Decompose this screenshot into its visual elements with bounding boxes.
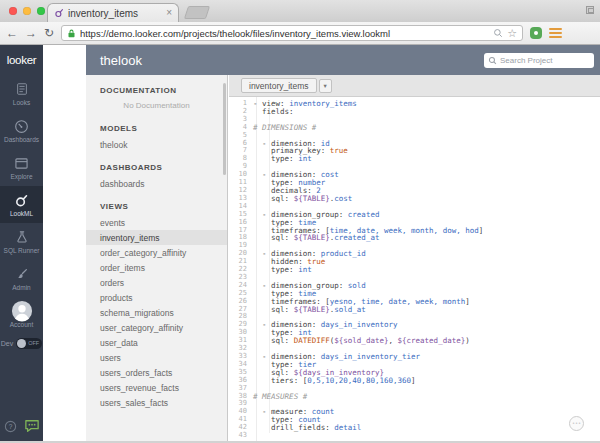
file-browser-panel: DOCUMENTATIONNo DocumentationMODELSthelo… [86,75,228,443]
nav-item-label: Account [10,321,34,328]
code-line[interactable]: 4# DIMENSIONS # [229,124,600,132]
file-item-order_items[interactable]: order_items [86,260,227,275]
line-number: 5 [229,132,253,140]
browser-toolbar: ← → ↻ https://demo.looker.com/projects/t… [0,22,600,45]
lookml-icon [14,193,29,208]
nav-item-admin[interactable]: Admin [0,260,43,297]
account-icon [11,304,33,319]
section-title: DOCUMENTATION [86,75,227,99]
nav-item-looks[interactable]: Looks [0,75,43,112]
file-item-dashboards[interactable]: dashboards [86,176,227,191]
url-text: https://demo.looker.com/projects/thelook… [80,28,489,39]
code-line[interactable]: 38# MEASURES # [229,393,600,401]
toggle-knob [17,339,26,348]
lock-icon [67,28,76,39]
dev-label: Dev [1,340,13,347]
section-title: MODELS [86,113,227,137]
code-line[interactable]: 31 sql: DATEDIFF(${sold_date}, ${created… [229,337,600,345]
line-number: 8 [229,155,253,163]
code-line[interactable]: 43 [229,432,600,440]
browser-tab-strip: inventory_items × [0,0,600,22]
nav-item-lookml[interactable]: LookML [0,186,43,223]
nav-item-sql-runner[interactable]: SQL Runner [0,223,43,260]
file-item-users_orders_facts[interactable]: users_orders_facts [86,365,227,380]
looker-logo[interactable]: looker [0,45,43,75]
line-number: 1 [229,100,253,108]
dev-toggle-switch[interactable]: OFF [16,338,42,349]
code-line[interactable]: 2 fields: [229,108,600,116]
file-item-products[interactable]: products [86,290,227,305]
dashboards-icon [14,119,29,134]
file-item-inventory_items[interactable]: inventory_items [86,230,227,245]
code-area[interactable]: 1- view: inventory_items2 fields:34# DIM… [229,97,600,443]
project-search[interactable] [484,53,594,68]
omnibox-search-icon[interactable] [493,28,503,38]
minimize-button[interactable] [23,7,31,15]
forward-icon[interactable]: → [25,27,37,39]
project-header: thelook [86,45,600,75]
code-line[interactable]: 13 sql: ${TABLE}.cost [229,195,600,203]
looker-favicon-icon [54,8,64,18]
file-tab[interactable]: inventory_items [241,78,317,93]
file-item-thelook[interactable]: thelook [86,137,227,152]
svg-text:?: ? [8,422,12,429]
file-item-users_sales_facts[interactable]: users_sales_facts [86,395,227,410]
reload-icon[interactable]: ↻ [44,27,54,39]
code-line[interactable]: 22 type: int [229,266,600,274]
lookml-editor: inventory_items ▾ 1- view: inventory_ite… [229,75,600,443]
corner-badge[interactable]: ••• [569,416,584,431]
section-title: VIEWS [86,191,227,215]
back-icon[interactable]: ← [6,27,18,39]
address-bar[interactable]: https://demo.looker.com/projects/thelook… [61,25,523,41]
window-controls [9,7,45,15]
new-tab-button[interactable] [184,6,210,19]
admin-icon [15,267,29,282]
line-number: 43 [229,432,253,440]
nav-item-label: Dashboards [4,136,39,143]
code-line[interactable]: 36 tiers: [0,5,10,20,40,80,160,360] [229,377,600,385]
chevron-down-icon[interactable]: ▾ [319,79,332,93]
file-item-schema_migrations[interactable]: schema_migrations [86,305,227,320]
code-line[interactable]: 8 type: int [229,155,600,163]
file-item-user_category_affinity[interactable]: user_category_affinity [86,320,227,335]
nav-item-account[interactable]: Account [0,297,43,334]
file-item-users[interactable]: users [86,350,227,365]
file-item-events[interactable]: events [86,215,227,230]
line-number: 3 [229,116,253,124]
tab-close-icon[interactable]: × [166,8,172,18]
sql-runner-icon [15,230,29,245]
browser-tab[interactable]: inventory_items × [47,3,179,22]
code-line[interactable]: 42 drill_fields: detail [229,424,600,432]
bookmark-star-icon[interactable]: ☆ [507,28,517,39]
nav-item-label: Explore [10,173,32,180]
file-item-users_revenue_facts[interactable]: users_revenue_facts [86,380,227,395]
tab-title: inventory_items [68,8,162,19]
panel-scrollbar[interactable] [223,83,226,175]
extension-icon[interactable] [530,27,542,39]
window-resize-icon[interactable] [586,6,594,14]
editor-tab-bar: inventory_items ▾ [229,75,600,97]
code-line[interactable]: 18 sql: ${TABLE}.created_at [229,234,600,242]
search-input[interactable] [500,56,590,65]
nav-item-explore[interactable]: Explore [0,149,43,186]
browser-menu-icon[interactable] [549,28,562,38]
file-item-user_data[interactable]: user_data [86,335,227,350]
search-icon [488,56,497,65]
help-icon[interactable]: ? [4,420,17,433]
project-title: thelook [100,53,484,68]
file-item-orders[interactable]: orders [86,275,227,290]
explore-icon [14,156,29,171]
line-number: 6 [229,140,253,148]
code-line[interactable]: 27 sql: ${TABLE}.sold_at [229,306,600,314]
empty-note: No Documentation [86,99,227,113]
close-button[interactable] [9,7,17,15]
nav-item-dashboards[interactable]: Dashboards [0,112,43,149]
file-item-order_category_affinity[interactable]: order_category_affinity [86,245,227,260]
line-number: 2 [229,108,253,116]
section-title: DASHBOARDS [86,152,227,176]
dev-mode-toggle[interactable]: Dev OFF [0,334,43,352]
nav-item-label: Looks [13,99,30,106]
line-number: 7 [229,147,253,155]
zoom-button[interactable] [37,7,45,15]
chat-icon[interactable] [24,419,40,433]
